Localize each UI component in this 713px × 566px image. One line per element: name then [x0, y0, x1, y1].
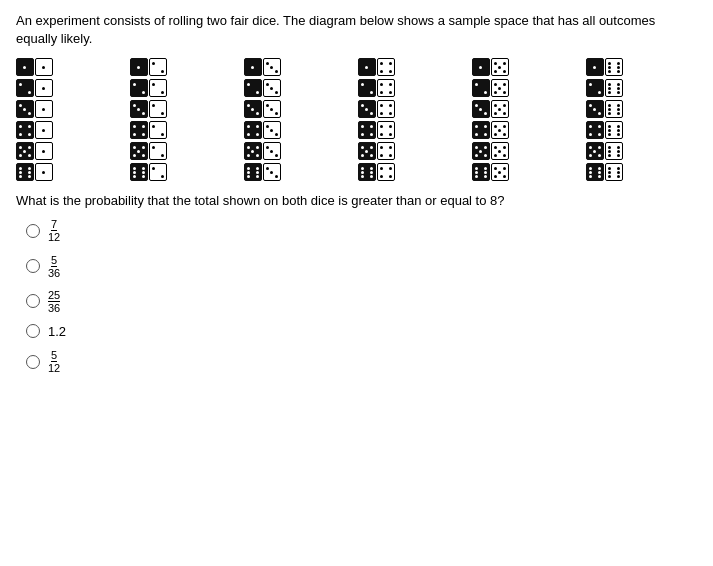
dice-pair [244, 58, 355, 76]
dice-pair [358, 58, 469, 76]
dice-pair [358, 100, 469, 118]
radio-a[interactable] [26, 224, 40, 238]
dice-pair [586, 142, 697, 160]
fraction-c: 2536 [48, 289, 60, 314]
fraction-a: 712 [48, 218, 60, 243]
dice-pair [472, 142, 583, 160]
dice-pair [586, 58, 697, 76]
radio-c[interactable] [26, 294, 40, 308]
dice-pair [16, 79, 127, 97]
radio-d[interactable] [26, 324, 40, 338]
dice-pair [586, 79, 697, 97]
option-c[interactable]: 2536 [26, 289, 697, 314]
dice-pair [16, 163, 127, 181]
dice-pair [130, 100, 241, 118]
option-d[interactable]: 1.2 [26, 324, 697, 339]
dice-pair [244, 121, 355, 139]
dice-pair [130, 163, 241, 181]
dice-pair [586, 100, 697, 118]
dice-pair [358, 163, 469, 181]
dice-pair [130, 79, 241, 97]
dice-pair [16, 121, 127, 139]
dice-pair [244, 100, 355, 118]
dice-pair [16, 100, 127, 118]
dice-pair [358, 142, 469, 160]
dice-pair [472, 163, 583, 181]
dice-pair [244, 79, 355, 97]
fraction-b: 536 [48, 254, 60, 279]
dice-pair [16, 58, 127, 76]
question-text: What is the probability that the total s… [16, 193, 697, 208]
option-b[interactable]: 536 [26, 254, 697, 279]
answer-options: 71253625361.2512 [26, 218, 697, 374]
dice-sample-space [16, 58, 697, 181]
dice-pair [244, 142, 355, 160]
dice-pair [586, 121, 697, 139]
dice-pair [16, 142, 127, 160]
dice-pair [244, 163, 355, 181]
intro-text: An experiment consists of rolling two fa… [16, 12, 697, 48]
dice-pair [472, 58, 583, 76]
fraction-e: 512 [48, 349, 60, 374]
option-text-d: 1.2 [48, 324, 66, 339]
dice-pair [472, 100, 583, 118]
dice-pair [472, 79, 583, 97]
dice-pair [358, 121, 469, 139]
dice-pair [586, 163, 697, 181]
dice-pair [130, 121, 241, 139]
radio-e[interactable] [26, 355, 40, 369]
option-a[interactable]: 712 [26, 218, 697, 243]
dice-pair [472, 121, 583, 139]
dice-pair [130, 58, 241, 76]
dice-pair [358, 79, 469, 97]
dice-pair [130, 142, 241, 160]
option-e[interactable]: 512 [26, 349, 697, 374]
radio-b[interactable] [26, 259, 40, 273]
